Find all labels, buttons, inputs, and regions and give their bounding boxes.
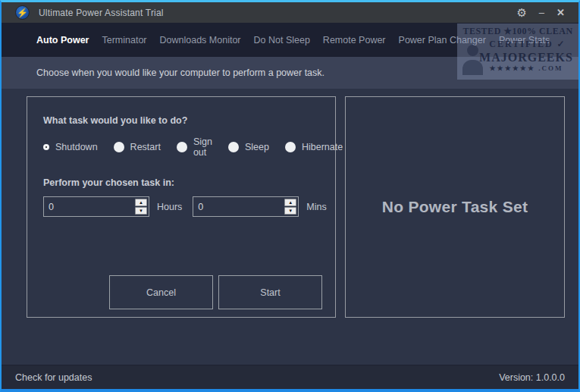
- hours-stepper: ▲ ▼: [43, 196, 149, 217]
- version-label: Version: 1.0.0.0: [499, 372, 565, 383]
- check-updates-link[interactable]: Check for updates: [15, 372, 92, 383]
- radio-shutdown-label: Shutdown: [55, 142, 98, 152]
- task-radio-group: Shutdown Restart Sign out Sleep Hibernat…: [43, 136, 343, 158]
- mins-stepper: ▲ ▼: [193, 196, 299, 217]
- tab-downloads-monitor[interactable]: Downloads Monitor: [160, 35, 241, 45]
- radio-sign-out[interactable]: Sign out: [177, 136, 212, 158]
- timer-inputs-row: ▲ ▼ Hours ▲ ▼ Mins: [43, 196, 327, 217]
- hours-down-icon[interactable]: ▼: [135, 207, 147, 215]
- tab-terminator[interactable]: Terminator: [102, 35, 146, 45]
- radio-restart[interactable]: Restart: [114, 142, 161, 152]
- lightning-bolt-icon: ⚡: [17, 8, 28, 17]
- tab-auto-power[interactable]: Auto Power: [36, 35, 89, 45]
- app-window: ⚡ Ultimate Power Assistant Trial ⚙ – ✕ A…: [0, 0, 580, 392]
- settings-gear-icon[interactable]: ⚙: [516, 7, 526, 18]
- radio-sign-out-label: Sign out: [193, 136, 212, 158]
- mins-unit-label: Mins: [299, 202, 326, 217]
- radio-unselected-icon: [177, 142, 187, 152]
- radio-hibernate[interactable]: Hibernate: [285, 142, 343, 152]
- radio-unselected-icon: [285, 142, 296, 152]
- radio-restart-label: Restart: [130, 142, 161, 152]
- mins-spin-buttons: ▲ ▼: [284, 199, 296, 215]
- task-setup-panel: What task would you like to do? Shutdown…: [27, 96, 336, 318]
- radio-unselected-icon: [228, 142, 239, 152]
- tab-do-not-sleep[interactable]: Do Not Sleep: [254, 35, 310, 45]
- status-bar: Check for updates Version: 1.0.0.0: [2, 365, 578, 389]
- cancel-button[interactable]: Cancel: [109, 275, 213, 309]
- status-message: No Power Task Set: [382, 198, 528, 216]
- window-title: Ultimate Power Assistant Trial: [39, 8, 164, 18]
- radio-shutdown[interactable]: Shutdown: [43, 142, 98, 152]
- status-panel: No Power Task Set: [345, 96, 565, 318]
- radio-unselected-icon: [114, 142, 124, 152]
- radio-hibernate-label: Hibernate: [302, 142, 343, 152]
- window-controls: ⚙ – ✕: [516, 7, 571, 18]
- mins-input[interactable]: [193, 197, 281, 216]
- radio-sleep-label: Sleep: [245, 142, 269, 152]
- timer-label: Perform your chosen task in:: [43, 177, 174, 188]
- tab-power-stats[interactable]: Power Stats: [499, 35, 550, 45]
- hours-spin-buttons: ▲ ▼: [135, 199, 147, 215]
- app-logo-icon: ⚡: [15, 5, 30, 20]
- close-icon[interactable]: ✕: [556, 8, 565, 17]
- hours-up-icon[interactable]: ▲: [135, 199, 147, 206]
- main-content: What task would you like to do? Shutdown…: [2, 89, 578, 365]
- radio-sleep[interactable]: Sleep: [228, 142, 269, 152]
- radio-selected-icon: [43, 144, 49, 150]
- mins-up-icon[interactable]: ▲: [284, 199, 296, 206]
- tab-power-plan-changer[interactable]: Power Plan Changer: [399, 35, 486, 45]
- hours-unit-label: Hours: [149, 202, 193, 217]
- minimize-icon[interactable]: –: [539, 8, 544, 17]
- tab-remote-power[interactable]: Remote Power: [323, 35, 386, 45]
- hours-input[interactable]: [44, 197, 132, 216]
- task-question: What task would you like to do?: [43, 115, 187, 126]
- tab-bar: Auto Power Terminator Downloads Monitor …: [2, 23, 578, 57]
- description-text: Choose when you would like your computer…: [36, 67, 324, 78]
- start-button[interactable]: Start: [218, 275, 322, 309]
- description-strip: Choose when you would like your computer…: [2, 57, 578, 89]
- title-bar: ⚡ Ultimate Power Assistant Trial ⚙ – ✕: [2, 2, 578, 23]
- mins-down-icon[interactable]: ▼: [284, 207, 296, 215]
